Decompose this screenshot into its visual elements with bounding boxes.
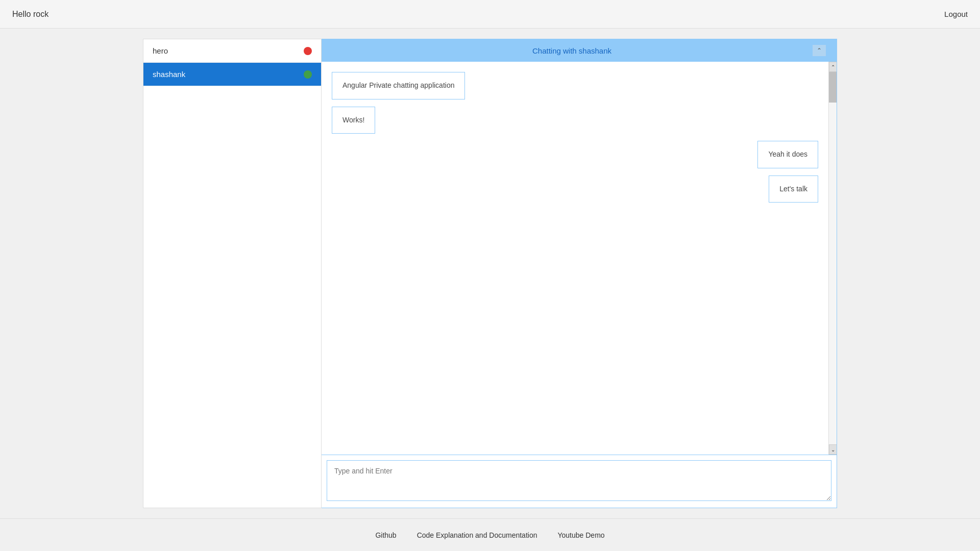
- chat-input-container: [322, 455, 837, 508]
- chat-container: Chatting with shashank ⌃ Angular Private…: [322, 39, 837, 508]
- messages-inner: Angular Private chatting applicationWork…: [322, 62, 828, 455]
- footer-link-youtube-demo[interactable]: Youtube Demo: [557, 531, 604, 539]
- chat-header-title: Chatting with shashank: [332, 46, 812, 55]
- scrollbar-up[interactable]: ⌃: [829, 62, 837, 72]
- scrollbar-track: [829, 72, 837, 444]
- scrollbar-down[interactable]: ⌄: [829, 444, 837, 455]
- user-name-shashank: shashank: [153, 70, 185, 79]
- status-dot-shashank: [304, 70, 312, 79]
- message-bubble: Let's talk: [769, 176, 818, 203]
- user-item-hero[interactable]: hero: [143, 39, 321, 63]
- message-bubble: Angular Private chatting application: [332, 72, 465, 99]
- main-content: heroshashank Chatting with shashank ⌃ An…: [0, 29, 980, 518]
- message-input[interactable]: [327, 460, 831, 501]
- header-greeting: Hello rock: [12, 10, 48, 19]
- user-item-shashank[interactable]: shashank: [143, 63, 321, 86]
- message-bubble: Works!: [332, 107, 375, 134]
- status-dot-hero: [304, 47, 312, 55]
- footer-link-code-explanation-and-documentation[interactable]: Code Explanation and Documentation: [417, 531, 537, 539]
- app-header: Hello rock Logout: [0, 0, 980, 29]
- users-sidebar: heroshashank: [143, 39, 322, 508]
- scrollbar-thumb[interactable]: [829, 72, 837, 103]
- scrollbar: ⌃ ⌄: [828, 62, 837, 455]
- user-name-hero: hero: [153, 46, 168, 55]
- chat-header: Chatting with shashank ⌃: [322, 39, 837, 62]
- footer-link-github[interactable]: Github: [375, 531, 396, 539]
- chat-scroll-up-button[interactable]: ⌃: [812, 44, 826, 57]
- logout-button[interactable]: Logout: [944, 10, 968, 18]
- messages-area: Angular Private chatting applicationWork…: [322, 62, 837, 455]
- chat-header-controls: ⌃: [812, 44, 826, 57]
- app-footer: GithubCode Explanation and Documentation…: [0, 518, 980, 551]
- message-bubble: Yeah it does: [757, 141, 818, 168]
- footer-links: GithubCode Explanation and Documentation…: [375, 531, 604, 539]
- user-list: heroshashank: [143, 39, 321, 86]
